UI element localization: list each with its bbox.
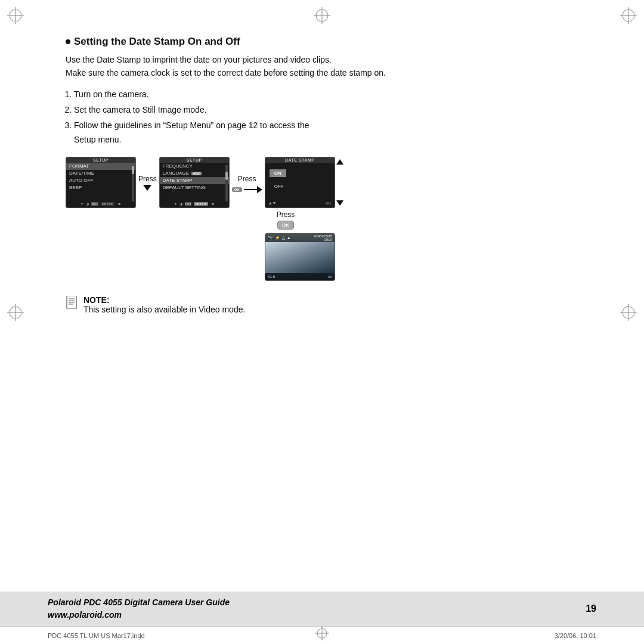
icon-settings2: ✦ — [174, 202, 177, 206]
diagrams-row: SETUP FORMAT DATE/TIME AUTO OFF BEEP ✦ ◑… — [66, 157, 578, 281]
icon-iso2: ISO — [185, 202, 192, 206]
icon-setup2: SETUP — [194, 202, 208, 206]
arrow-right-1 — [244, 186, 262, 193]
screen1-icons: ✦ ◑ ISO SETUP ◄ — [66, 202, 135, 206]
arrow-down-1 — [143, 185, 151, 191]
icon-flash: ⚡ — [275, 236, 280, 240]
side-arrows — [336, 157, 343, 208]
note-label: NOTE: — [83, 295, 110, 305]
icon-camera: 📷 — [268, 236, 273, 240]
footer-brand: Polaroid PDC 4055 Digital Camera User Gu… — [48, 596, 230, 621]
note-section: NOTE: This setting is also available in … — [66, 295, 578, 314]
screen2-item-default: DEFAULT SETTING — [160, 184, 229, 191]
ok-button-1: OK — [232, 187, 242, 192]
ds-on-label: ON — [270, 169, 286, 177]
icon-back: ◄ — [117, 202, 121, 206]
icon-back2: ◄ — [210, 202, 215, 206]
ds-off-label: OFF — [270, 182, 289, 190]
reg-mark-mr — [620, 304, 637, 321]
nav-av: ▲▼ — [268, 201, 277, 206]
preview-topbar: 📷 ⚡ △ ▲ 2048X1536 0016 — [265, 234, 335, 242]
step-2: Set the camera to Still Image mode. — [74, 103, 578, 117]
icon-iso: ISO — [91, 202, 98, 206]
footer-brand-line1: Polaroid PDC 4055 Digital Camera User Gu… — [48, 596, 230, 609]
icon-mount: ▲ — [287, 236, 291, 240]
reg-mark-ml — [7, 304, 24, 321]
screen3: DATE STAMP ON OFF ▲▼ OK — [265, 157, 335, 208]
tri-down — [336, 200, 343, 206]
ds-off-row: OFF — [267, 180, 333, 191]
press-label-2: Press — [238, 175, 256, 183]
icon-circle: ◑ — [86, 202, 89, 206]
screen2-item-datestamp: DATE STAMP — [160, 177, 229, 184]
nav-ok: OK — [326, 201, 332, 206]
scrollbar2-thumb — [225, 172, 228, 180]
note-body: This setting is also available in Video … — [83, 305, 245, 314]
preview-mode-icon: ▭ — [328, 274, 332, 279]
screen1-header: SETUP — [66, 157, 135, 163]
arrow-line-1 — [244, 189, 257, 190]
steps-list: Turn on the camera. Set the camera to St… — [74, 88, 578, 147]
screen2-item-frequency: FREQUENCY — [160, 163, 229, 170]
footer: Polaroid PDC 4055 Digital Camera User Gu… — [0, 592, 644, 644]
footer-meta-right: 3/20/06, 10:01 — [555, 632, 596, 639]
preview-image — [265, 242, 335, 273]
step-3-cont: Setup menu. — [74, 135, 121, 144]
note-icon — [66, 296, 78, 309]
section-heading: Setting the Date Stamp On and Off — [74, 36, 240, 48]
footer-bottom: PDC 4055 TL UM US Mar17.indd 3/20/06, 10… — [0, 626, 644, 644]
preview-bottombar: X1.0 ▭ — [265, 273, 335, 280]
screen1: SETUP FORMAT DATE/TIME AUTO OFF BEEP ✦ ◑… — [66, 157, 136, 208]
tri-up — [336, 159, 343, 165]
bullet-dot — [66, 39, 70, 44]
icon-setup: SETUP — [101, 202, 114, 206]
press-ok-section: Press OK — [277, 210, 295, 230]
reg-mark-top — [314, 7, 330, 24]
main-content: Setting the Date Stamp On and Off Use th… — [66, 36, 578, 584]
preview-icons: 📷 ⚡ △ ▲ — [268, 236, 291, 240]
reg-mark-tr — [620, 7, 637, 24]
footer-brand-line2: www.polaroid.com — [48, 609, 230, 621]
icon-face: △ — [282, 236, 285, 240]
screen3-nav: ▲▼ OK — [265, 201, 335, 206]
section-title: Setting the Date Stamp On and Off — [66, 36, 578, 48]
press-label-1: Press — [138, 175, 157, 183]
right-section: DATE STAMP ON OFF ▲▼ OK — [265, 157, 343, 281]
camera-preview: 📷 ⚡ △ ▲ 2048X1536 0016 X1.0 ▭ — [265, 233, 335, 281]
ds-on-row: ON — [267, 167, 333, 178]
body-text-1: Use the Date Stamp to imprint the date o… — [66, 55, 332, 64]
preview-count: 0016 — [324, 238, 332, 242]
icon-settings: ✦ — [80, 202, 83, 206]
reg-mark-bottom — [315, 626, 329, 643]
arrow-section-2: Press OK — [230, 157, 265, 193]
screen1-item-beep: BEEP — [66, 184, 135, 191]
ds-options: ON OFF — [265, 163, 335, 191]
reg-mark-tl — [7, 7, 24, 24]
arrow-head-1 — [257, 186, 262, 193]
press-label-3: Press — [277, 210, 295, 219]
icon-circle2: ◑ — [179, 202, 182, 206]
step-3: Follow the guidelines in “Setup Menu” on… — [74, 119, 578, 147]
screen3-header: DATE STAMP — [265, 157, 335, 163]
screen1-item-format: FORMAT — [66, 163, 135, 170]
preview-info: 2048X1536 0016 — [314, 234, 332, 242]
footer-top: Polaroid PDC 4055 Digital Camera User Gu… — [0, 592, 644, 626]
preview-zoom: X1.0 — [268, 275, 275, 278]
scrollbar1 — [132, 165, 134, 202]
scrollbar2 — [225, 165, 228, 202]
step-1: Turn on the camera. — [74, 88, 578, 102]
footer-page-number: 19 — [586, 603, 596, 614]
ok-arrow-2: OK — [232, 186, 262, 193]
screen2-header: SETUP — [160, 157, 229, 163]
screen2: SETUP FREQUENCY LANGUAGE ABC DATE STAMP … — [159, 157, 230, 208]
abc-badge: ABC — [191, 172, 202, 175]
ds-row: DATE STAMP ON OFF ▲▼ OK — [265, 157, 343, 208]
footer-meta-left: PDC 4055 TL UM US Mar17.indd — [48, 632, 145, 639]
screen1-item-datetime: DATE/TIME — [66, 170, 135, 177]
scrollbar1-thumb — [132, 166, 134, 174]
note-text: NOTE: This setting is also available in … — [83, 295, 245, 314]
screen2-icons: ✦ ◑ ISO SETUP ◄ — [160, 202, 229, 206]
body-text-2: Make sure the camera clock is set to the… — [66, 68, 386, 78]
screen2-item-language: LANGUAGE ABC — [160, 170, 229, 177]
arrow-section-1: Press — [136, 157, 159, 191]
